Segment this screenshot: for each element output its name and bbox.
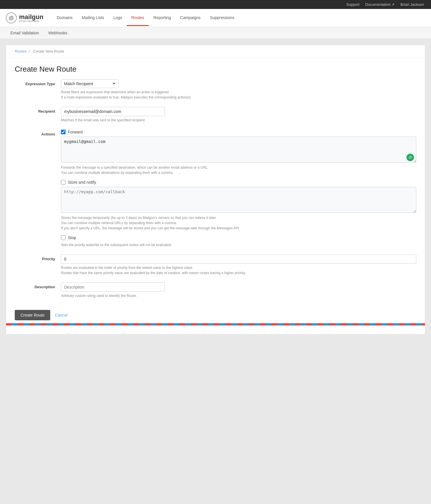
nav-reporting[interactable]: Reporting [149, 10, 176, 26]
form-buttons: Create Route Cancel [6, 305, 425, 320]
description-hint: Arbitrary custom string used to identify… [61, 293, 416, 298]
topbar: Support Documentation ↗ Brian Jackson [0, 0, 431, 9]
nav-logs[interactable]: Logs [109, 10, 127, 26]
expression-type-control: Match Recipient Match Header Catch All R… [61, 79, 416, 100]
breadcrumb-separator: / [29, 49, 30, 53]
nav-campaigns[interactable]: Campaigns [176, 10, 205, 26]
expression-type-hint-line1: Route filters are expression that determ… [61, 90, 416, 95]
priority-row: Priority Routes are evaluated in the ord… [15, 254, 416, 276]
recipient-control: Matches if the email was sent to the spe… [61, 107, 416, 123]
description-control: Arbitrary custom string used to identify… [61, 282, 416, 298]
store-notify-checkbox[interactable] [61, 180, 66, 185]
expression-type-label: Expression Type [15, 79, 61, 86]
logo-icon: @ [6, 12, 17, 23]
forward-textarea-wrapper: mygmail@gmail.com ↺ [61, 137, 416, 163]
content-card: Routes / Create New Route Create New Rou… [6, 45, 425, 334]
store-notify-textarea[interactable] [61, 187, 416, 213]
create-route-button[interactable]: Create Route [15, 310, 50, 320]
nav-email-validation[interactable]: Email Validation [6, 27, 44, 39]
nav-routes[interactable]: Routes [127, 10, 149, 26]
store-notify-checkbox-row: Store and notify [61, 180, 416, 185]
forward-hint: Forwards the message to a specified dest… [61, 165, 416, 175]
recipient-row: Recipient Matches if the email was sent … [15, 107, 416, 123]
form-section: Expression Type Match Recipient Match He… [6, 79, 425, 298]
stop-label[interactable]: Stop [68, 235, 76, 240]
forward-textarea[interactable]: mygmail@gmail.com [61, 137, 416, 163]
priority-input[interactable] [61, 254, 416, 264]
secondary-nav: Email Validation Webhooks [0, 27, 431, 39]
expression-type-hint-line2: If a route expression evaluates to true,… [61, 95, 416, 100]
nav-mailing-lists[interactable]: Mailing Lists [77, 10, 109, 26]
stop-checkbox-row: Stop [61, 235, 416, 240]
forward-checkbox[interactable] [61, 130, 66, 134]
documentation-label: Documentation [365, 2, 390, 7]
breadcrumb-current: Create New Route [33, 49, 64, 53]
username-display: Brian Jackson [400, 2, 424, 7]
external-link-icon: ↗ [391, 2, 395, 7]
actions-row: Actions Forward mygmail@gmail.com ↺ Forw… [15, 130, 416, 248]
description-label: Description [15, 282, 61, 289]
refresh-icon[interactable]: ↺ [406, 154, 414, 161]
recipient-label: Recipient [15, 107, 61, 114]
recipient-hint: Matches if the email was sent to the spe… [61, 118, 416, 123]
logo: @ mailgun Email Automation [6, 9, 43, 27]
nav-domains[interactable]: Domains [52, 10, 77, 26]
nav-suppressions[interactable]: Suppressions [205, 10, 239, 26]
support-link[interactable]: Support [346, 2, 360, 7]
bottom-border-decoration [6, 323, 425, 326]
nav-links: Domains Mailing Lists Logs Routes Report… [52, 10, 239, 26]
stop-hint: Sets the priority waterfall so the subse… [61, 242, 416, 248]
cancel-button[interactable]: Cancel [55, 313, 68, 317]
nav-webhooks[interactable]: Webhooks [44, 27, 72, 39]
store-notify-textarea-wrapper [61, 187, 416, 214]
description-row: Description Arbitrary custom string used… [15, 282, 416, 298]
page-wrapper: Routes / Create New Route Create New Rou… [0, 39, 431, 340]
expression-type-row: Expression Type Match Recipient Match He… [15, 79, 416, 100]
breadcrumb: Routes / Create New Route [6, 45, 425, 58]
priority-control: Routes are evaluated in the order of pri… [61, 254, 416, 276]
priority-hint: Routes are evaluated in the order of pri… [61, 265, 416, 276]
main-nav: @ mailgun Email Automation Domains Maili… [0, 9, 431, 27]
store-notify-hint: Stores the message temporarily (for up t… [61, 215, 416, 231]
stop-checkbox[interactable] [61, 235, 66, 240]
breadcrumb-parent[interactable]: Routes [15, 49, 27, 53]
documentation-link[interactable]: Documentation ↗ [365, 2, 395, 7]
actions-control: Forward mygmail@gmail.com ↺ Forwards the… [61, 130, 416, 248]
expression-type-select[interactable]: Match Recipient Match Header Catch All [61, 79, 119, 88]
store-notify-label[interactable]: Store and notify [68, 180, 96, 185]
actions-label: Actions [15, 130, 61, 136]
expression-type-hint: Route filters are expression that determ… [61, 90, 416, 100]
forward-label[interactable]: Forward [68, 130, 83, 134]
recipient-input[interactable] [61, 107, 165, 116]
priority-label: Priority [15, 254, 61, 261]
description-input[interactable] [61, 282, 165, 292]
page-title: Create New Route [6, 58, 425, 79]
forward-checkbox-row: Forward [61, 130, 416, 134]
